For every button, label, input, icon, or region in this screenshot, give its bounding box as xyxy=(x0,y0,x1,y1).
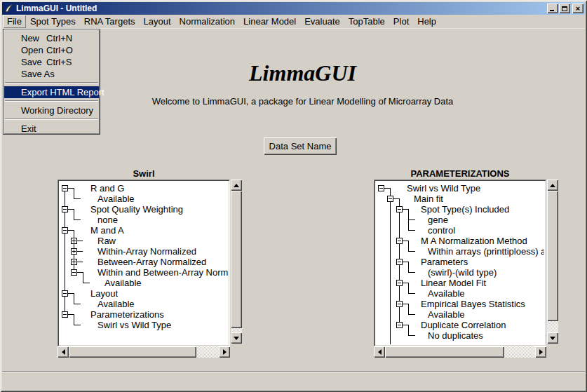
tree-expand-toggle-minus[interactable] xyxy=(378,185,384,191)
close-button[interactable]: × xyxy=(572,4,583,13)
titlebar[interactable]: LimmaGUI - Untitled × xyxy=(2,2,585,15)
right-arrow-icon xyxy=(223,349,227,355)
menu-spot-types[interactable]: Spot Types xyxy=(26,15,80,28)
tree-expand-toggle-minus[interactable] xyxy=(62,290,68,297)
tree-node-label[interactable]: Between-Array Normalized xyxy=(97,257,206,267)
scroll-up-button[interactable] xyxy=(231,180,242,191)
horizontal-scrollbar[interactable] xyxy=(374,346,546,358)
tree-node-label[interactable]: M and A xyxy=(90,225,124,236)
tree-node-label[interactable]: Within and Between-Array Norm xyxy=(97,267,228,278)
scrollbar-track[interactable] xyxy=(547,191,558,332)
tree-node-label[interactable]: Parameters xyxy=(421,257,468,267)
scroll-right-button[interactable] xyxy=(535,346,546,358)
tree-node-label[interactable]: (swirl)-(wild type) xyxy=(428,267,497,278)
tree-expand-toggle-minus[interactable] xyxy=(396,301,403,307)
tree-node-label[interactable]: Available xyxy=(428,309,465,320)
menu-item-save-as[interactable]: Save As xyxy=(4,68,99,80)
up-arrow-icon xyxy=(550,184,555,187)
tree-expand-toggle-plus[interactable] xyxy=(71,248,77,255)
menu-normalization[interactable]: Normalization xyxy=(175,15,239,28)
menu-separator xyxy=(5,119,98,120)
scrollbar-thumb[interactable] xyxy=(547,191,558,321)
scroll-up-button[interactable] xyxy=(547,180,558,191)
tree-expand-toggle-minus[interactable] xyxy=(62,185,68,191)
tree-node-label[interactable]: Available xyxy=(97,194,135,204)
horizontal-scrollbar[interactable] xyxy=(58,346,230,358)
scroll-right-button[interactable] xyxy=(219,346,230,358)
tree-node-label[interactable]: gene xyxy=(428,215,448,225)
tree-node-label[interactable]: Within-Array Normalized xyxy=(97,246,196,257)
tree-node-label[interactable]: control xyxy=(428,225,455,236)
menu-evaluate[interactable]: Evaluate xyxy=(300,15,344,28)
scrollbar-thumb[interactable] xyxy=(231,191,242,328)
menu-item-new[interactable]: New Ctrl+N xyxy=(4,32,99,44)
tree-node-label[interactable]: R and G xyxy=(90,183,124,194)
menu-layout[interactable]: Layout xyxy=(140,15,175,28)
tree-expand-toggle-minus[interactable] xyxy=(396,238,403,244)
parameterizations-tree: Swirl vs Wild TypeMain fitSpot Type(s) I… xyxy=(376,182,544,344)
menu-item-working-directory[interactable]: Working Directory xyxy=(4,104,99,116)
menu-item-export-html-report[interactable]: Export HTML Report xyxy=(4,86,99,98)
tree-node-label[interactable]: Empirical Bayes Statistics xyxy=(421,299,525,309)
tree-node-label[interactable]: Linear Model Fit xyxy=(421,278,486,288)
scrollbar-thumb[interactable] xyxy=(385,346,504,358)
left-arrow-icon xyxy=(62,349,65,355)
scrollbar-thumb[interactable] xyxy=(69,346,196,358)
scroll-down-button[interactable] xyxy=(231,332,242,344)
tree-node-label[interactable]: Spot Quality Weighting xyxy=(90,204,183,215)
scrollbar-track[interactable] xyxy=(231,191,242,332)
scroll-down-button[interactable] xyxy=(547,332,558,344)
tree-node-label[interactable]: none xyxy=(97,215,118,225)
menu-toptable[interactable]: TopTable xyxy=(344,15,389,28)
menu-item-open[interactable]: Open Ctrl+O xyxy=(4,44,99,56)
swirl-tree: R and GAvailableSpot Quality Weightingno… xyxy=(60,182,228,344)
menu-item-save[interactable]: Save Ctrl+S xyxy=(4,56,99,68)
tree-expand-toggle-minus[interactable] xyxy=(387,196,393,202)
tree-node-label[interactable]: Duplicate Correlation xyxy=(421,320,506,330)
maximize-button[interactable] xyxy=(559,4,570,13)
tree-expand-toggle-minus[interactable] xyxy=(62,206,68,212)
parameterizations-tree-header: PARAMETERIZATIONS xyxy=(374,168,546,179)
tree-node-label[interactable]: Within arrays (printtiploess) a xyxy=(428,246,544,257)
tree-node-label[interactable]: Available xyxy=(97,299,135,309)
tree-node-label[interactable]: Spot Type(s) Included xyxy=(421,204,509,215)
vertical-scrollbar[interactable] xyxy=(547,180,558,344)
scroll-left-button[interactable] xyxy=(58,346,69,358)
tree-expand-toggle-minus[interactable] xyxy=(62,227,68,234)
scroll-left-button[interactable] xyxy=(374,346,385,358)
tree-expand-toggle-minus[interactable] xyxy=(396,259,403,265)
scrollbar-track[interactable] xyxy=(69,346,219,358)
maximize-icon xyxy=(562,6,567,11)
close-icon: × xyxy=(576,5,580,12)
tree-expand-toggle-minus[interactable] xyxy=(396,280,403,286)
tree-node-label[interactable]: Swirl vs Wild Type xyxy=(407,183,480,194)
tree-expand-toggle-plus[interactable] xyxy=(71,259,77,265)
tree-expand-toggle-minus[interactable] xyxy=(396,322,403,328)
menu-linear-model[interactable]: Linear Model xyxy=(239,15,300,28)
tree-expand-toggle-minus[interactable] xyxy=(71,269,77,276)
menu-item-exit[interactable]: Exit xyxy=(4,123,99,135)
tree-node-label[interactable]: Available xyxy=(104,278,142,288)
menu-file[interactable]: File xyxy=(3,15,26,28)
data-set-name-button[interactable]: Data Set Name xyxy=(264,137,337,155)
tree-node-label[interactable]: Main fit xyxy=(414,194,443,204)
minimize-button[interactable] xyxy=(547,4,558,13)
menu-plot[interactable]: Plot xyxy=(389,15,413,28)
tree-node-label[interactable]: Swirl vs Wild Type xyxy=(97,320,171,330)
parameterizations-tree-listbox: Swirl vs Wild TypeMain fitSpot Type(s) I… xyxy=(374,180,546,346)
tree-node-label[interactable]: Layout xyxy=(90,288,118,299)
tree-expand-toggle-minus[interactable] xyxy=(62,311,68,318)
tree-connector-line xyxy=(74,314,74,325)
tree-node-label[interactable]: M A Normalization Method xyxy=(421,236,527,246)
tree-expand-toggle-minus[interactable] xyxy=(396,206,403,212)
tree-node-label[interactable]: Parameterizations xyxy=(90,309,164,320)
tree-node-label[interactable]: Raw xyxy=(97,236,116,246)
swirl-tree-panel: Swirl R and GAvailableSpot Quality Weigh… xyxy=(58,168,241,358)
menu-rna-targets[interactable]: RNA Targets xyxy=(80,15,140,28)
vertical-scrollbar[interactable] xyxy=(231,180,242,344)
menu-help[interactable]: Help xyxy=(413,15,440,28)
tree-expand-toggle-plus[interactable] xyxy=(71,238,77,244)
tree-node-label[interactable]: No duplicates xyxy=(428,330,483,341)
tree-node-label[interactable]: Available xyxy=(428,288,465,299)
scrollbar-track[interactable] xyxy=(385,346,535,358)
